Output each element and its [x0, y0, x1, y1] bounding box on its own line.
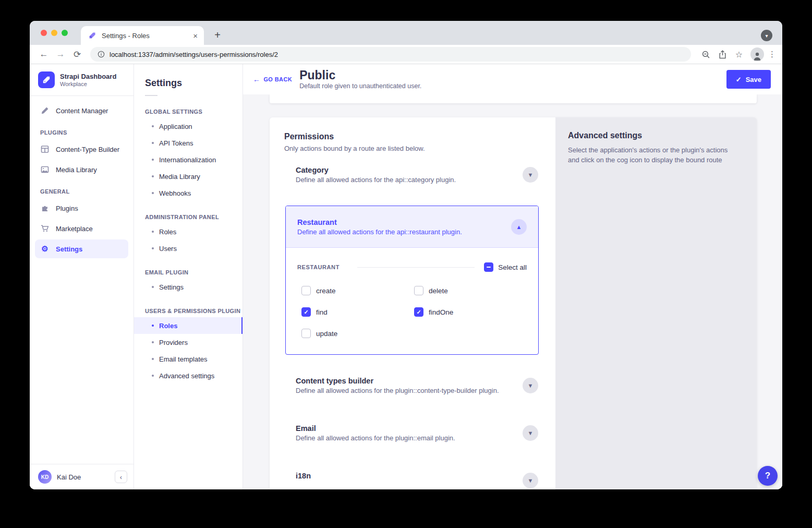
- browser-menu-icon[interactable]: ⋮: [768, 50, 776, 59]
- layout-icon: [40, 145, 50, 154]
- browser-tab-strip: Settings - Roles × + ▾: [30, 21, 782, 45]
- settings-subnav: Settings GLOBAL SETTINGS Application API…: [134, 64, 243, 489]
- bullet-icon: [152, 125, 154, 127]
- action-checkbox-grid: create delete find: [297, 285, 527, 339]
- window-controls: [41, 30, 68, 36]
- sidebar-item-media-library[interactable]: Media Library: [35, 160, 128, 179]
- collapse-sidebar-button[interactable]: ‹: [115, 471, 127, 483]
- bullet-icon: [152, 325, 154, 327]
- chevron-down-icon[interactable]: ▼: [523, 425, 538, 441]
- arrow-left-icon: ←: [253, 75, 260, 83]
- subnav-section-global-settings: GLOBAL SETTINGS: [145, 109, 243, 115]
- tab-title: Settings - Roles: [102, 32, 193, 40]
- sidebar-nav: Content Manager PLUGINS Content-Type Bui…: [30, 96, 134, 464]
- sidebar-item-plugins[interactable]: Plugins: [35, 199, 128, 218]
- subnav-section-users-permissions-plugin: USERS & PERMISSIONS PLUGIN: [145, 308, 243, 314]
- sidebar-item-content-manager[interactable]: Content Manager: [35, 101, 128, 120]
- zoom-window-button[interactable]: [62, 30, 68, 36]
- advanced-settings-panel: Advanced settings Select the application…: [555, 117, 757, 489]
- accordion-i18n[interactable]: i18n ▼: [284, 472, 541, 488]
- forward-button[interactable]: →: [54, 47, 67, 61]
- subnav-item-admin-roles[interactable]: Roles: [134, 223, 243, 240]
- accordion-email[interactable]: Email Define all allowed actions for the…: [284, 424, 541, 442]
- url-text: localhost:1337/admin/settings/users-perm…: [110, 51, 278, 58]
- new-tab-button[interactable]: +: [210, 28, 225, 42]
- browser-profile-avatar[interactable]: [750, 47, 764, 61]
- action-update[interactable]: update: [301, 328, 414, 339]
- bullet-icon: [152, 175, 154, 177]
- accordion-title: Content types builder: [296, 377, 517, 385]
- chevron-down-icon[interactable]: ▼: [523, 473, 538, 488]
- subnav-item-up-roles[interactable]: Roles: [134, 317, 243, 334]
- bookmark-star-icon[interactable]: ☆: [732, 47, 746, 62]
- subnav-item-email-settings[interactable]: Settings: [134, 279, 243, 295]
- help-button[interactable]: ?: [758, 466, 778, 486]
- browser-tab[interactable]: Settings - Roles ×: [81, 26, 204, 45]
- close-tab-icon[interactable]: ×: [193, 32, 198, 40]
- user-name: Kai Doe: [57, 473, 110, 481]
- workspace-brand[interactable]: Strapi Dashboard Workplace: [30, 64, 134, 96]
- go-back-link[interactable]: ←GO BACK: [253, 75, 292, 83]
- checkbox-findone[interactable]: [414, 307, 423, 317]
- user-avatar[interactable]: KD: [38, 470, 52, 484]
- chevron-down-icon[interactable]: ▼: [523, 378, 538, 393]
- permissions-subtitle: Only actions bound by a route are listed…: [284, 145, 541, 152]
- subnav-item-media-library[interactable]: Media Library: [134, 168, 243, 185]
- picture-icon: [40, 165, 50, 174]
- site-info-icon[interactable]: [98, 51, 105, 58]
- subnav-item-webhooks[interactable]: Webhooks: [134, 185, 243, 201]
- zoom-out-icon[interactable]: [698, 47, 713, 62]
- share-icon[interactable]: [715, 47, 730, 62]
- accordion-category[interactable]: Category Define all allowed actions for …: [284, 166, 541, 184]
- group-label: RESTAURANT: [297, 264, 340, 270]
- chevron-down-icon[interactable]: ▼: [523, 167, 538, 183]
- accordion-description: Define all allowed actions for the api::…: [297, 228, 511, 236]
- permissions-section: Permissions Only actions bound by a rout…: [270, 117, 555, 489]
- subnav-item-admin-users[interactable]: Users: [134, 240, 243, 257]
- sidebar-item-content-type-builder[interactable]: Content-Type Builder: [35, 140, 128, 159]
- sidebar-item-marketplace[interactable]: Marketplace: [35, 219, 128, 238]
- subnav-item-api-tokens[interactable]: API Tokens: [134, 135, 243, 151]
- accordion-title: Restaurant: [297, 218, 511, 226]
- checkbox-create[interactable]: [301, 286, 311, 295]
- bullet-icon: [152, 247, 154, 249]
- checkbox-delete[interactable]: [414, 286, 423, 295]
- sidebar-item-label: Media Library: [56, 166, 97, 174]
- minimize-window-button[interactable]: [51, 30, 57, 36]
- sidebar-item-label: Content Manager: [56, 107, 108, 115]
- subnav-item-internationalization[interactable]: Internationalization: [134, 151, 243, 168]
- reload-button[interactable]: ⟳: [70, 47, 84, 61]
- action-findone[interactable]: findOne: [414, 307, 527, 317]
- cart-icon: [40, 224, 50, 233]
- accordion-restaurant-header[interactable]: Restaurant Define all allowed actions fo…: [286, 206, 538, 248]
- subnav-item-application[interactable]: Application: [134, 118, 243, 135]
- tab-search-button[interactable]: ▾: [761, 30, 772, 41]
- browser-window: Settings - Roles × + ▾ ← → ⟳ localhost:1…: [30, 21, 782, 489]
- sidebar-section-plugins: PLUGINS: [40, 129, 128, 136]
- checkbox-find[interactable]: [301, 307, 311, 317]
- save-button[interactable]: ✓Save: [726, 70, 771, 89]
- close-window-button[interactable]: [41, 30, 47, 36]
- workspace-subtitle: Workplace: [60, 81, 116, 87]
- group-divider: [357, 267, 475, 268]
- subnav-item-email-templates[interactable]: Email templates: [134, 351, 243, 367]
- action-delete[interactable]: delete: [414, 285, 527, 296]
- accordion-content-types-builder[interactable]: Content types builder Define all allowed…: [284, 377, 541, 394]
- bullet-icon: [152, 231, 154, 233]
- accordion-title: Category: [296, 166, 517, 174]
- accordion-title: i18n: [296, 472, 517, 480]
- action-create[interactable]: create: [301, 285, 414, 296]
- back-button[interactable]: ←: [37, 47, 51, 61]
- checkbox-update[interactable]: [301, 329, 311, 338]
- action-find[interactable]: find: [301, 307, 414, 317]
- sidebar-item-settings[interactable]: ⚙ Settings: [35, 239, 128, 258]
- address-bar[interactable]: localhost:1337/admin/settings/users-perm…: [90, 47, 691, 62]
- select-all-control[interactable]: Select all: [484, 262, 527, 272]
- subnav-item-advanced-settings[interactable]: Advanced settings: [134, 367, 243, 384]
- chevron-up-icon[interactable]: ▲: [511, 219, 527, 235]
- sidebar-footer: KD Kai Doe ‹: [30, 464, 134, 489]
- sidebar-item-label: Marketplace: [56, 225, 93, 233]
- subnav-item-providers[interactable]: Providers: [134, 334, 243, 351]
- select-all-checkbox[interactable]: [484, 262, 493, 272]
- bullet-icon: [152, 358, 154, 360]
